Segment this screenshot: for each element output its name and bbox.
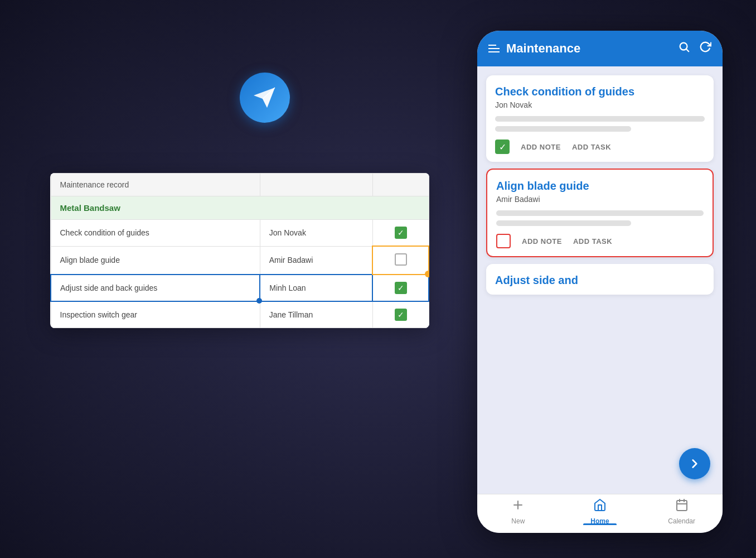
task-card-3-partial[interactable]: Adjust side and	[486, 264, 714, 295]
search-icon[interactable]	[678, 41, 690, 56]
checkbox-cell-highlight[interactable]	[372, 246, 429, 275]
nav-active-indicator	[583, 523, 617, 525]
assignee-cell: Minh Loan	[260, 275, 372, 301]
task-cell: Adjust side and back guides	[51, 275, 260, 301]
add-note-button-2[interactable]: ADD NOTE	[522, 237, 562, 246]
checkbox-cell[interactable]: ✓	[372, 301, 429, 328]
checkbox-checked-icon: ✓	[395, 309, 407, 321]
app-content: Check condition of guides Jon Novak ✓ AD…	[477, 66, 723, 494]
bottom-nav: New Home Calendar	[477, 494, 723, 533]
add-note-button-1[interactable]: ADD NOTE	[521, 143, 561, 151]
task-checkbox-unchecked[interactable]	[496, 234, 511, 248]
table-header-row: Maintenance record	[51, 174, 429, 196]
nav-label-calendar: Calendar	[668, 517, 695, 525]
header-icons	[678, 41, 711, 56]
calendar-icon	[675, 498, 689, 515]
task-card-2[interactable]: Align blade guide Amir Badawi ADD NOTE A…	[486, 169, 714, 257]
assignee-cell: Jon Novak	[260, 220, 372, 247]
task-title-3: Adjust side and	[495, 274, 705, 287]
checkbox-checked-icon: ✓	[395, 282, 407, 294]
nav-item-home[interactable]: Home	[559, 498, 641, 525]
plus-icon	[511, 498, 525, 515]
assignee-cell: Amir Badawi	[260, 246, 372, 275]
task-lines-2	[496, 210, 704, 226]
col2-header	[260, 174, 372, 196]
col1-header: Maintenance record	[51, 174, 260, 196]
task-cell: Inspection switch gear	[51, 301, 260, 328]
add-task-button-1[interactable]: ADD TASK	[572, 143, 611, 151]
task-lines-1	[495, 116, 705, 132]
svg-rect-4	[677, 501, 687, 511]
task-assignee-2: Amir Badawi	[496, 195, 704, 204]
fab-navigate-button[interactable]	[679, 448, 710, 479]
task-checkbox-checked[interactable]: ✓	[495, 140, 510, 154]
yellow-handle	[425, 271, 429, 277]
checkbox-empty-icon	[395, 253, 407, 266]
table-row-selected: Adjust side and back guides Minh Loan ✓	[51, 275, 429, 301]
maintenance-table: Maintenance record Metal Bandsaw Check c…	[50, 173, 429, 328]
app-title: Maintenance	[506, 41, 671, 56]
task-actions-1: ✓ ADD NOTE ADD TASK	[495, 140, 705, 154]
add-task-button-2[interactable]: ADD TASK	[573, 237, 612, 246]
task-assignee-1: Jon Novak	[495, 100, 705, 109]
task-title-1: Check condition of guides	[495, 85, 705, 98]
task-line-short	[495, 126, 631, 132]
menu-icon[interactable]	[488, 45, 500, 52]
home-icon	[593, 498, 607, 515]
col3-header	[372, 174, 429, 196]
nav-item-new[interactable]: New	[477, 498, 559, 525]
task-card-1[interactable]: Check condition of guides Jon Novak ✓ AD…	[486, 75, 714, 162]
svg-line-1	[686, 49, 689, 51]
table-row: Check condition of guides Jon Novak ✓	[51, 220, 429, 247]
app-header: Maintenance	[477, 31, 723, 66]
mobile-phone: Maintenance Check condition of guides Jo…	[477, 31, 723, 533]
refresh-icon[interactable]	[699, 41, 711, 56]
spreadsheet-panel: Maintenance record Metal Bandsaw Check c…	[50, 173, 429, 328]
section-row-bandsaw: Metal Bandsaw	[51, 196, 429, 220]
table-row: Align blade guide Amir Badawi	[51, 246, 429, 275]
task-line	[496, 210, 704, 216]
checkbox-checked-icon: ✓	[395, 227, 407, 239]
task-cell: Align blade guide	[51, 246, 260, 275]
paper-plane-logo	[240, 73, 290, 123]
task-cell: Check condition of guides	[51, 220, 260, 247]
checkbox-cell[interactable]: ✓	[372, 220, 429, 247]
task-actions-2: ADD NOTE ADD TASK	[496, 234, 704, 248]
task-line-short	[496, 220, 631, 226]
table-row: Inspection switch gear Jane Tillman ✓	[51, 301, 429, 328]
nav-item-calendar[interactable]: Calendar	[641, 498, 723, 525]
nav-label-new: New	[511, 517, 525, 525]
task-title-2: Align blade guide	[496, 180, 704, 193]
assignee-cell: Jane Tillman	[260, 301, 372, 328]
checkbox-cell[interactable]: ✓	[372, 275, 429, 301]
section-label: Metal Bandsaw	[51, 196, 429, 220]
task-line	[495, 116, 705, 122]
